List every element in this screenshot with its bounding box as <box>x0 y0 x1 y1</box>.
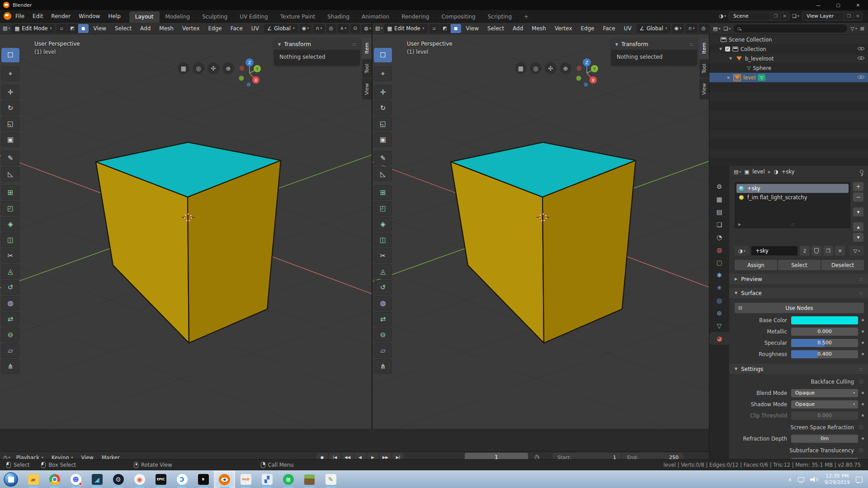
new-collection-button[interactable]: ⊞ <box>860 26 864 32</box>
pin-icon[interactable] <box>860 170 863 174</box>
viewport-menu-view[interactable]: View <box>462 24 482 33</box>
keyframe-dot[interactable] <box>862 319 864 321</box>
collection-checkbox[interactable]: ✓ <box>725 47 730 52</box>
properties-tab-tool[interactable]: ⚙ <box>709 180 729 193</box>
material-browse-dropdown[interactable]: ◑▾ <box>735 246 749 256</box>
dropdown[interactable]: Opaque▾ <box>791 400 858 408</box>
network-icon[interactable] <box>798 477 804 482</box>
viewport-menu-uv[interactable]: UV <box>620 24 635 33</box>
tool-loop-cut[interactable]: ◫ <box>374 233 392 247</box>
remove-slot-button[interactable]: − <box>853 192 863 202</box>
face-select-button[interactable]: ◼ <box>78 24 89 33</box>
workspace-tab-texture-paint[interactable]: Texture Paint <box>274 11 321 23</box>
value-field[interactable]: 0.000 <box>791 328 858 336</box>
gizmo-z-neg[interactable] <box>584 83 588 87</box>
tool-smooth[interactable]: ◍ <box>374 296 392 310</box>
view-layer-unlink-button[interactable]: ✕ <box>853 12 862 21</box>
workspace-tab-modeling[interactable]: Modeling <box>160 11 197 23</box>
taskbar-app-battle-net[interactable]: B <box>193 471 214 488</box>
tool-spin[interactable]: ↺ <box>1 280 19 295</box>
sidebar-tab-tool[interactable]: Tool <box>362 59 372 78</box>
properties-tab-material[interactable]: ◕ <box>709 332 729 345</box>
sidebar-tab-view[interactable]: View <box>362 79 372 99</box>
outliner-row-level[interactable]: ▶level▽ <box>709 73 868 82</box>
value-field[interactable]: 0.400 <box>791 350 858 358</box>
tool-measure[interactable]: ◺ <box>1 167 19 181</box>
snapping-icon[interactable]: ∩▾ <box>685 24 697 33</box>
keyframe-dot[interactable] <box>862 437 864 440</box>
sidebar-tab-tool[interactable]: Tool <box>699 59 709 78</box>
tool-annotate[interactable]: ✎ <box>1 151 19 165</box>
taskbar-app-blender[interactable] <box>214 471 235 488</box>
slot-list-expand-icon[interactable]: ▶ <box>738 222 741 226</box>
properties-tab-constraints[interactable]: ⊛ <box>709 307 729 319</box>
navigation-gizmo[interactable]: Z Y X <box>235 57 264 89</box>
taskbar-app-spotify[interactable]: ≋ <box>278 471 299 488</box>
expand-arrow-icon[interactable]: ▼ <box>718 47 723 51</box>
color-swatch[interactable] <box>791 316 858 324</box>
section-preview[interactable]: ▶Preview:::: <box>729 274 868 284</box>
tool-poly-build[interactable]: ◬ <box>1 264 19 279</box>
tool-poly-build[interactable]: ◬ <box>374 264 392 279</box>
menu-edit[interactable]: Edit <box>28 12 47 21</box>
tool-measure[interactable]: ◺ <box>374 167 392 181</box>
orientation-dropdown[interactable]: ∠Global▾ <box>264 24 298 33</box>
scene-name[interactable]: Scene <box>729 13 771 19</box>
properties-tab-object-data[interactable]: ▽ <box>709 319 729 332</box>
value-field[interactable]: 0.500 <box>791 339 858 347</box>
copy-material-button[interactable]: ❐ <box>823 246 833 256</box>
workspace-tab-shading[interactable]: Shading <box>321 11 356 23</box>
maximize-button[interactable]: ▢ <box>828 0 848 10</box>
camera-view-button[interactable]: ◎ <box>530 62 542 74</box>
value-field[interactable]: 0m <box>791 435 858 443</box>
keyframe-dot[interactable] <box>862 414 864 417</box>
mode-dropdown[interactable]: ▦Edit Mode▾ <box>384 24 427 33</box>
expand-arrow-icon[interactable]: ▶ <box>726 75 731 80</box>
outliner-row-sphere[interactable]: ▽Sphere <box>709 63 868 73</box>
outliner-row-collection[interactable]: ▼✓Collection <box>709 44 868 54</box>
tool-shear[interactable]: ▱ <box>1 343 19 358</box>
taskbar-app-epic-games[interactable]: EPIC <box>150 471 171 488</box>
sidebar-tab-item[interactable]: Item <box>362 38 372 58</box>
properties-tab-render[interactable]: ▦ <box>709 193 729 206</box>
orientation-dropdown[interactable]: ∠Global▾ <box>637 24 670 33</box>
taskbar-app-chrome[interactable] <box>44 471 65 488</box>
edge-select-button[interactable]: ◩ <box>440 24 450 33</box>
use-nodes-button[interactable]: ⊟ Use Nodes <box>735 303 864 313</box>
taskbar-app-notepad[interactable]: ✎ <box>320 471 341 488</box>
viewport-menu-edge[interactable]: Edge <box>577 24 598 33</box>
outliner-filter-dropdown[interactable]: ▽▾ <box>850 26 857 32</box>
zoom-button[interactable]: ⊕ <box>222 62 234 74</box>
properties-tab-view-layer[interactable]: ❏ <box>709 218 729 231</box>
tool-scale[interactable]: ◱ <box>374 117 392 131</box>
pivot-point-icon[interactable]: ◉▾ <box>299 24 312 33</box>
viewport-3d-right[interactable]: ▧▾▦Edit Mode▾▫◩◼ViewSelectAddMeshVertexE… <box>372 23 709 429</box>
xray-toggle-icon[interactable]: ⊙ <box>350 24 360 33</box>
tool-edge-slide[interactable]: ⇄ <box>374 312 392 326</box>
transform-panel-header[interactable]: ▼Transform:::: <box>611 39 697 50</box>
tool-inset-faces[interactable]: ◰ <box>1 201 19 216</box>
view-layer-copy-button[interactable]: ❐ <box>844 12 853 21</box>
action-center-icon[interactable] <box>856 477 863 483</box>
tool-bevel[interactable]: ◈ <box>374 217 392 231</box>
viewport-menu-view[interactable]: View <box>90 24 110 33</box>
add-workspace-button[interactable]: + <box>518 11 535 23</box>
scene-icon[interactable]: ◑▾ <box>719 13 726 19</box>
viewport-3d-left[interactable]: ▧▾▦Edit Mode▾▫◩◼ViewSelectAddMeshVertexE… <box>0 23 372 429</box>
volume-icon[interactable]: )) <box>810 476 819 483</box>
outliner-row-b_levelroot[interactable]: ▼b_levelroot <box>709 54 868 63</box>
menu-window[interactable]: Window <box>75 12 104 21</box>
pivot-point-icon[interactable]: ◉▾ <box>672 24 684 33</box>
taskbar-app-ubisoft[interactable]: Ɔ <box>171 471 193 488</box>
tool-extrude-region[interactable]: ⊞ <box>1 185 19 200</box>
tool-transform[interactable]: ▣ <box>374 132 392 147</box>
workspace-tab-compositing[interactable]: Compositing <box>435 11 481 23</box>
workspace-tab-sculpting[interactable]: Sculpting <box>196 11 234 23</box>
vertex-select-button[interactable]: ▫ <box>57 24 67 33</box>
blender-menu-icon[interactable] <box>4 12 11 20</box>
keyframe-dot[interactable] <box>862 403 864 405</box>
tool-rip-region[interactable]: ⋔ <box>374 359 392 374</box>
slot-list-grip[interactable]: :::: <box>791 222 794 227</box>
visibility-toggle[interactable] <box>858 55 864 62</box>
viewport-menu-face[interactable]: Face <box>599 24 619 33</box>
